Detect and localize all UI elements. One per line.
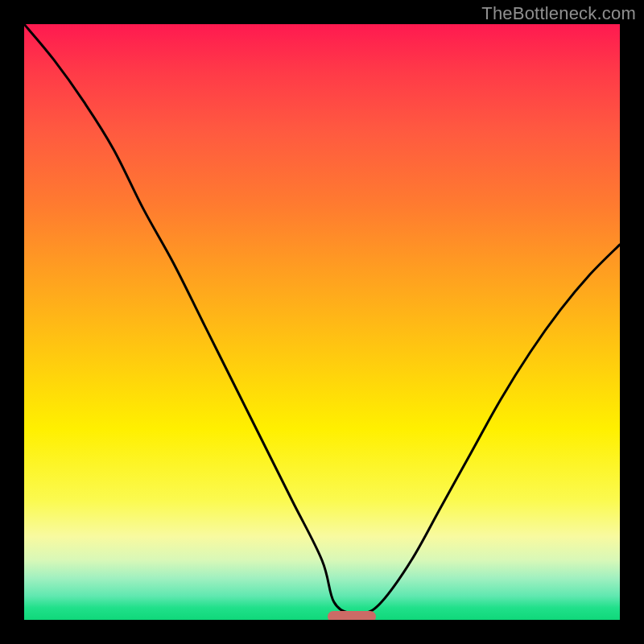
optimal-marker [328,611,375,620]
watermark-text: TheBottleneck.com [481,3,636,24]
chart-frame: TheBottleneck.com [0,0,644,644]
bottleneck-curve [24,24,620,620]
plot-area [24,24,620,620]
